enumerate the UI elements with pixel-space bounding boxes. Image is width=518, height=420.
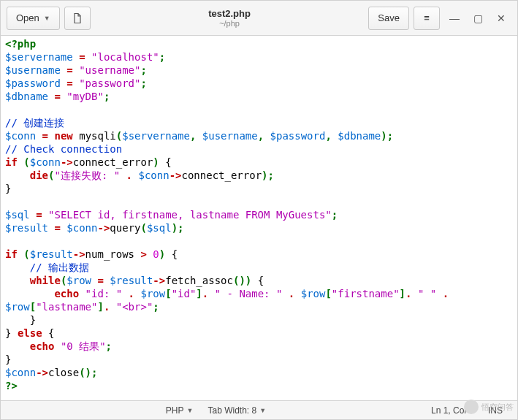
document-icon [72,12,83,24]
cursor-position: Ln 1, Col 1 [424,405,481,416]
code-editor[interactable]: <?php $servername = "localhost"; $userna… [1,36,517,400]
tabwidth-selector[interactable]: Tab Width: 8 ▼ [200,405,273,416]
php-open-tag: <?php [5,38,36,50]
minimize-icon: — [449,12,460,24]
hamburger-button[interactable]: ≡ [414,7,440,30]
open-label: Open [16,12,39,23]
tabwidth-label: Tab Width: 8 [207,405,256,416]
close-button[interactable]: ✕ [491,8,511,28]
chevron-down-icon: ▼ [187,407,194,414]
save-label: Save [378,12,400,23]
close-icon: ✕ [497,12,506,24]
file-path: ~/php [95,19,365,28]
chevron-down-icon: ▼ [259,407,266,414]
toolbar: Open ▼ test2.php ~/php Save ≡ — ▢ ✕ [1,1,517,36]
maximize-button[interactable]: ▢ [468,8,488,28]
php-close-tag: ?> [5,380,18,392]
insert-mode[interactable]: INS [481,405,510,416]
window-controls: — ▢ ✕ [444,8,511,28]
hamburger-icon: ≡ [424,12,430,23]
title-area: test2.php ~/php [95,8,365,28]
open-button[interactable]: Open ▼ [7,7,60,30]
save-button[interactable]: Save [368,7,409,30]
language-label: PHP [166,405,184,416]
new-tab-button[interactable] [64,7,91,30]
maximize-icon: ▢ [473,12,483,24]
file-title: test2.php [95,8,365,19]
language-selector[interactable]: PHP ▼ [159,405,201,416]
chevron-down-icon: ▼ [44,15,50,22]
minimize-button[interactable]: — [444,8,465,28]
statusbar: PHP ▼ Tab Width: 8 ▼ Ln 1, Col 1 INS [1,400,517,419]
